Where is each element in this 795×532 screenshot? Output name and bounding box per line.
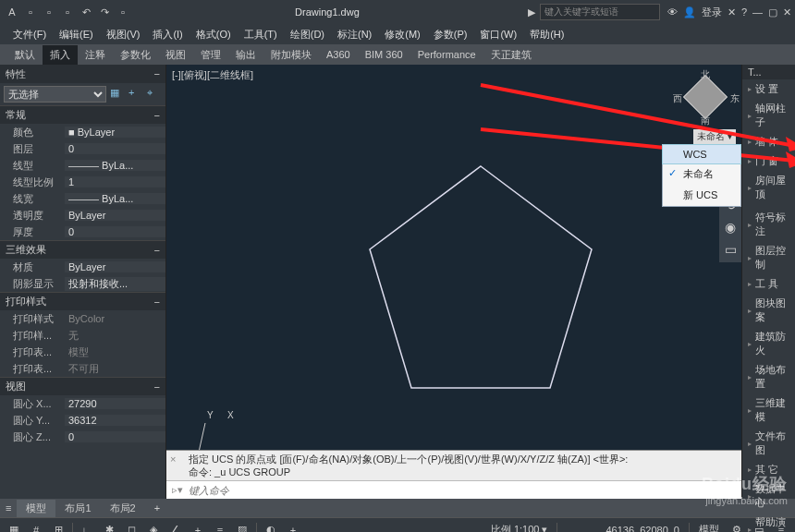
open-icon[interactable]: ▫ (41, 4, 57, 20)
view-label[interactable]: [-][俯视][二维线框] (172, 68, 253, 82)
status-space[interactable]: 模型 (693, 523, 725, 532)
palette-item[interactable]: 符号标注 (742, 208, 795, 241)
ribbon-tab[interactable]: 参数化 (113, 45, 158, 65)
menu-item[interactable]: 绘图(D) (285, 26, 330, 43)
close-icon[interactable]: ✕ (783, 6, 791, 18)
prop-value[interactable]: 0 (65, 431, 165, 442)
status-scale[interactable]: 比例 1:100 ▾ (485, 523, 554, 532)
save-icon[interactable]: ▫ (59, 4, 76, 20)
prop-value[interactable]: 27290 (65, 398, 165, 409)
menu-item[interactable]: 窗口(W) (474, 26, 522, 43)
ribbon-tab[interactable]: 默认 (7, 45, 43, 65)
minimize-icon[interactable]: — (752, 6, 763, 18)
status-gear-icon[interactable]: ⚙ (727, 520, 747, 533)
login-label[interactable]: 登录 (702, 6, 722, 19)
prop-value[interactable]: 不可用 (65, 362, 165, 376)
ucs-menu-item[interactable]: ✓未命名 (663, 163, 740, 185)
ribbon-tab[interactable]: 输出 (228, 45, 263, 65)
palette-item[interactable]: 三维建模 (742, 393, 795, 427)
transparency-icon[interactable]: ▨ (232, 520, 252, 533)
prop-value[interactable]: ——— ByLa... (65, 193, 165, 204)
cmd-prompt-icon[interactable]: ▹▾ (166, 484, 189, 496)
prop-value[interactable]: 0 (65, 226, 165, 237)
prop-value[interactable]: 无 (65, 329, 165, 343)
grid-icon[interactable]: # (26, 520, 46, 533)
ribbon-tab[interactable]: 管理 (193, 45, 228, 65)
exchange-icon[interactable]: ✕ (728, 6, 736, 18)
quick-select-icon[interactable]: ▦ (110, 87, 125, 102)
search-input[interactable]: 键入关键字或短语 (540, 4, 660, 20)
ribbon-tab[interactable]: 天正建筑 (483, 45, 539, 65)
layout-add-icon[interactable]: + (145, 501, 169, 515)
model-space-icon[interactable]: ▦ (4, 520, 24, 533)
status-customize-icon[interactable]: ≡ (771, 520, 791, 533)
palette-item[interactable]: 场地布置 (742, 360, 795, 393)
palette-item[interactable]: 建筑防火 (742, 327, 795, 360)
selection-dropdown[interactable]: 无选择 (4, 86, 106, 103)
ucs-menu-item[interactable]: 新 UCS (663, 185, 740, 206)
prop-value[interactable]: ——— ByLa... (65, 160, 165, 171)
command-input[interactable] (189, 485, 741, 496)
layout-tab[interactable]: 模型 (17, 500, 55, 517)
prop-value[interactable]: 0 (65, 143, 165, 154)
menu-item[interactable]: 插入(I) (147, 26, 188, 43)
ucs-menu-item[interactable]: WCS (662, 144, 741, 164)
3dosnap-icon[interactable]: ◈ (143, 520, 164, 533)
prop-value[interactable]: ByLayer (65, 210, 165, 221)
menu-item[interactable]: 视图(V) (101, 26, 146, 43)
polar-icon[interactable]: ✱ (99, 520, 119, 533)
prop-value[interactable]: ByColor (65, 313, 165, 324)
redo-icon[interactable]: ↷ (96, 4, 113, 20)
collapse-icon[interactable]: − (154, 110, 160, 121)
collapse-icon[interactable]: − (154, 245, 160, 256)
undo-icon[interactable]: ↶ (78, 4, 94, 20)
ortho-icon[interactable]: ∟ (77, 520, 97, 533)
prop-value[interactable]: ■ ByLayer (65, 127, 165, 138)
palette-item[interactable]: 房间屋顶 (742, 171, 795, 204)
menu-item[interactable]: 格式(O) (190, 26, 237, 43)
steering-icon[interactable]: ◉ (721, 218, 740, 236)
status-max-icon[interactable]: ▭ (749, 520, 769, 533)
pickadd-icon[interactable]: + (128, 87, 143, 102)
menu-item[interactable]: 编辑(E) (54, 26, 99, 43)
layout-tab[interactable]: 布局1 (55, 500, 100, 517)
app-logo-icon[interactable]: A (4, 4, 20, 20)
cmd-close-icon[interactable]: × (170, 453, 176, 466)
menu-item[interactable]: 参数(P) (428, 26, 473, 43)
prop-value[interactable]: 投射和接收... (65, 277, 165, 291)
menu-item[interactable]: 修改(M) (379, 26, 426, 43)
cycling-icon[interactable]: ◐ (261, 520, 281, 533)
select-objects-icon[interactable]: ⌖ (147, 87, 162, 102)
ribbon-tab[interactable]: BIM 360 (358, 46, 410, 63)
ribbon-tab[interactable]: A360 (319, 46, 358, 63)
otrack-icon[interactable]: ∠ (165, 520, 186, 533)
menu-item[interactable]: 工具(T) (238, 26, 283, 43)
dyn-icon[interactable]: + (188, 520, 208, 533)
user-icon[interactable]: 👤 (683, 6, 696, 18)
collapse-icon[interactable]: − (154, 381, 160, 393)
palette-item[interactable]: 文件布图 (742, 427, 795, 460)
search-play-icon[interactable]: ▶ (523, 4, 540, 20)
layout-menu-icon[interactable]: ≡ (0, 502, 17, 514)
binoculars-icon[interactable]: 👁 (667, 6, 678, 18)
showmotion-icon[interactable]: ▭ (721, 240, 740, 259)
properties-close-icon[interactable]: − (154, 68, 160, 79)
ribbon-tab[interactable]: 视图 (158, 45, 193, 65)
ribbon-tab[interactable]: 附加模块 (263, 45, 319, 65)
snap-icon[interactable]: ⊞ (48, 520, 68, 533)
maximize-icon[interactable]: ▢ (768, 6, 777, 18)
palette-item[interactable]: 图块图案 (742, 294, 795, 327)
ribbon-tab[interactable]: 注释 (78, 45, 113, 65)
help-icon[interactable]: ? (741, 6, 747, 18)
menu-item[interactable]: 帮助(H) (524, 26, 569, 43)
palette-item[interactable]: 图层控制 (742, 241, 795, 274)
prop-value[interactable]: ByLayer (65, 261, 165, 272)
palette-item[interactable]: 工 具 (742, 274, 795, 294)
lineweight-icon[interactable]: ≡ (210, 520, 230, 533)
ribbon-tab[interactable]: Performance (410, 46, 483, 63)
collapse-icon[interactable]: − (154, 296, 160, 308)
layout-tab[interactable]: 布局2 (101, 500, 145, 517)
osnap-icon[interactable]: ◻ (121, 520, 141, 533)
prop-value[interactable]: 模型 (65, 345, 165, 359)
print-icon[interactable]: ▫ (115, 4, 131, 20)
